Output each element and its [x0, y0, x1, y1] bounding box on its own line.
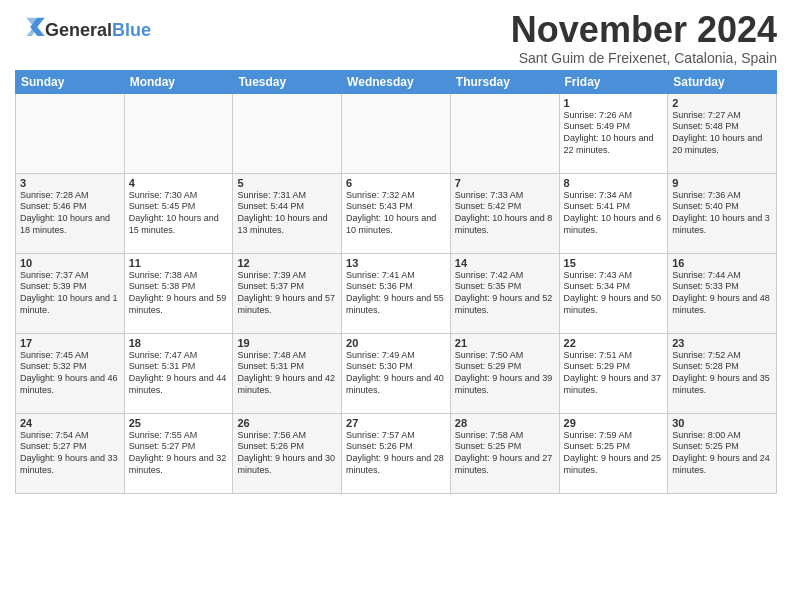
day-number: 20	[346, 337, 446, 349]
calendar-week-3: 17Sunrise: 7:45 AM Sunset: 5:32 PM Dayli…	[16, 333, 777, 413]
day-info: Sunrise: 7:59 AM Sunset: 5:25 PM Dayligh…	[564, 430, 664, 477]
day-info: Sunrise: 7:41 AM Sunset: 5:36 PM Dayligh…	[346, 270, 446, 317]
day-info: Sunrise: 7:49 AM Sunset: 5:30 PM Dayligh…	[346, 350, 446, 397]
day-info: Sunrise: 7:57 AM Sunset: 5:26 PM Dayligh…	[346, 430, 446, 477]
calendar-cell: 2Sunrise: 7:27 AM Sunset: 5:48 PM Daylig…	[668, 93, 777, 173]
day-info: Sunrise: 7:51 AM Sunset: 5:29 PM Dayligh…	[564, 350, 664, 397]
month-title: November 2024	[511, 10, 777, 50]
day-number: 30	[672, 417, 772, 429]
day-number: 1	[564, 97, 664, 109]
calendar-table: SundayMondayTuesdayWednesdayThursdayFrid…	[15, 70, 777, 494]
day-number: 19	[237, 337, 337, 349]
calendar-cell	[342, 93, 451, 173]
logo-icon	[17, 16, 45, 36]
calendar-cell: 21Sunrise: 7:50 AM Sunset: 5:29 PM Dayli…	[450, 333, 559, 413]
day-number: 7	[455, 177, 555, 189]
day-number: 10	[20, 257, 120, 269]
day-number: 13	[346, 257, 446, 269]
day-number: 21	[455, 337, 555, 349]
calendar-cell: 5Sunrise: 7:31 AM Sunset: 5:44 PM Daylig…	[233, 173, 342, 253]
day-info: Sunrise: 7:52 AM Sunset: 5:28 PM Dayligh…	[672, 350, 772, 397]
day-number: 5	[237, 177, 337, 189]
calendar-cell: 12Sunrise: 7:39 AM Sunset: 5:37 PM Dayli…	[233, 253, 342, 333]
day-info: Sunrise: 7:26 AM Sunset: 5:49 PM Dayligh…	[564, 110, 664, 157]
calendar-week-0: 1Sunrise: 7:26 AM Sunset: 5:49 PM Daylig…	[16, 93, 777, 173]
calendar-cell: 19Sunrise: 7:48 AM Sunset: 5:31 PM Dayli…	[233, 333, 342, 413]
day-number: 29	[564, 417, 664, 429]
calendar-header-row: SundayMondayTuesdayWednesdayThursdayFrid…	[16, 70, 777, 93]
day-info: Sunrise: 7:55 AM Sunset: 5:27 PM Dayligh…	[129, 430, 229, 477]
header: GeneralBlue November 2024 Sant Guim de F…	[15, 10, 777, 66]
day-number: 23	[672, 337, 772, 349]
day-number: 14	[455, 257, 555, 269]
day-number: 24	[20, 417, 120, 429]
day-number: 9	[672, 177, 772, 189]
calendar-cell: 10Sunrise: 7:37 AM Sunset: 5:39 PM Dayli…	[16, 253, 125, 333]
calendar-cell	[450, 93, 559, 173]
header-monday: Monday	[124, 70, 233, 93]
calendar-cell: 1Sunrise: 7:26 AM Sunset: 5:49 PM Daylig…	[559, 93, 668, 173]
day-number: 11	[129, 257, 229, 269]
calendar-cell: 28Sunrise: 7:58 AM Sunset: 5:25 PM Dayli…	[450, 413, 559, 493]
day-info: Sunrise: 7:39 AM Sunset: 5:37 PM Dayligh…	[237, 270, 337, 317]
day-info: Sunrise: 7:30 AM Sunset: 5:45 PM Dayligh…	[129, 190, 229, 237]
calendar-cell: 18Sunrise: 7:47 AM Sunset: 5:31 PM Dayli…	[124, 333, 233, 413]
day-number: 26	[237, 417, 337, 429]
day-info: Sunrise: 7:48 AM Sunset: 5:31 PM Dayligh…	[237, 350, 337, 397]
day-info: Sunrise: 7:33 AM Sunset: 5:42 PM Dayligh…	[455, 190, 555, 237]
calendar-cell: 24Sunrise: 7:54 AM Sunset: 5:27 PM Dayli…	[16, 413, 125, 493]
day-info: Sunrise: 7:45 AM Sunset: 5:32 PM Dayligh…	[20, 350, 120, 397]
day-info: Sunrise: 7:54 AM Sunset: 5:27 PM Dayligh…	[20, 430, 120, 477]
day-info: Sunrise: 7:44 AM Sunset: 5:33 PM Dayligh…	[672, 270, 772, 317]
calendar-week-2: 10Sunrise: 7:37 AM Sunset: 5:39 PM Dayli…	[16, 253, 777, 333]
logo: GeneralBlue	[15, 16, 151, 41]
day-info: Sunrise: 7:36 AM Sunset: 5:40 PM Dayligh…	[672, 190, 772, 237]
calendar-cell: 8Sunrise: 7:34 AM Sunset: 5:41 PM Daylig…	[559, 173, 668, 253]
calendar-cell: 29Sunrise: 7:59 AM Sunset: 5:25 PM Dayli…	[559, 413, 668, 493]
day-info: Sunrise: 7:56 AM Sunset: 5:26 PM Dayligh…	[237, 430, 337, 477]
calendar-cell: 9Sunrise: 7:36 AM Sunset: 5:40 PM Daylig…	[668, 173, 777, 253]
day-number: 15	[564, 257, 664, 269]
day-number: 27	[346, 417, 446, 429]
calendar-cell	[124, 93, 233, 173]
logo-general-text: General	[45, 20, 112, 41]
day-info: Sunrise: 7:28 AM Sunset: 5:46 PM Dayligh…	[20, 190, 120, 237]
day-number: 4	[129, 177, 229, 189]
header-tuesday: Tuesday	[233, 70, 342, 93]
calendar-week-4: 24Sunrise: 7:54 AM Sunset: 5:27 PM Dayli…	[16, 413, 777, 493]
calendar-cell: 17Sunrise: 7:45 AM Sunset: 5:32 PM Dayli…	[16, 333, 125, 413]
day-number: 16	[672, 257, 772, 269]
header-friday: Friday	[559, 70, 668, 93]
calendar-cell: 4Sunrise: 7:30 AM Sunset: 5:45 PM Daylig…	[124, 173, 233, 253]
calendar-cell: 13Sunrise: 7:41 AM Sunset: 5:36 PM Dayli…	[342, 253, 451, 333]
day-info: Sunrise: 7:42 AM Sunset: 5:35 PM Dayligh…	[455, 270, 555, 317]
day-info: Sunrise: 7:31 AM Sunset: 5:44 PM Dayligh…	[237, 190, 337, 237]
location-title: Sant Guim de Freixenet, Catalonia, Spain	[511, 50, 777, 66]
calendar-cell	[233, 93, 342, 173]
day-info: Sunrise: 7:34 AM Sunset: 5:41 PM Dayligh…	[564, 190, 664, 237]
day-info: Sunrise: 7:27 AM Sunset: 5:48 PM Dayligh…	[672, 110, 772, 157]
day-info: Sunrise: 7:47 AM Sunset: 5:31 PM Dayligh…	[129, 350, 229, 397]
day-info: Sunrise: 7:50 AM Sunset: 5:29 PM Dayligh…	[455, 350, 555, 397]
calendar-cell: 6Sunrise: 7:32 AM Sunset: 5:43 PM Daylig…	[342, 173, 451, 253]
header-saturday: Saturday	[668, 70, 777, 93]
day-number: 3	[20, 177, 120, 189]
day-number: 18	[129, 337, 229, 349]
day-info: Sunrise: 8:00 AM Sunset: 5:25 PM Dayligh…	[672, 430, 772, 477]
day-number: 22	[564, 337, 664, 349]
day-number: 17	[20, 337, 120, 349]
header-wednesday: Wednesday	[342, 70, 451, 93]
title-area: November 2024 Sant Guim de Freixenet, Ca…	[511, 10, 777, 66]
logo-blue-text: Blue	[112, 20, 151, 41]
calendar-cell: 11Sunrise: 7:38 AM Sunset: 5:38 PM Dayli…	[124, 253, 233, 333]
calendar-cell: 22Sunrise: 7:51 AM Sunset: 5:29 PM Dayli…	[559, 333, 668, 413]
calendar-cell: 7Sunrise: 7:33 AM Sunset: 5:42 PM Daylig…	[450, 173, 559, 253]
header-thursday: Thursday	[450, 70, 559, 93]
calendar-week-1: 3Sunrise: 7:28 AM Sunset: 5:46 PM Daylig…	[16, 173, 777, 253]
day-info: Sunrise: 7:43 AM Sunset: 5:34 PM Dayligh…	[564, 270, 664, 317]
calendar-cell: 30Sunrise: 8:00 AM Sunset: 5:25 PM Dayli…	[668, 413, 777, 493]
calendar-cell: 25Sunrise: 7:55 AM Sunset: 5:27 PM Dayli…	[124, 413, 233, 493]
day-info: Sunrise: 7:37 AM Sunset: 5:39 PM Dayligh…	[20, 270, 120, 317]
header-sunday: Sunday	[16, 70, 125, 93]
calendar-cell: 15Sunrise: 7:43 AM Sunset: 5:34 PM Dayli…	[559, 253, 668, 333]
